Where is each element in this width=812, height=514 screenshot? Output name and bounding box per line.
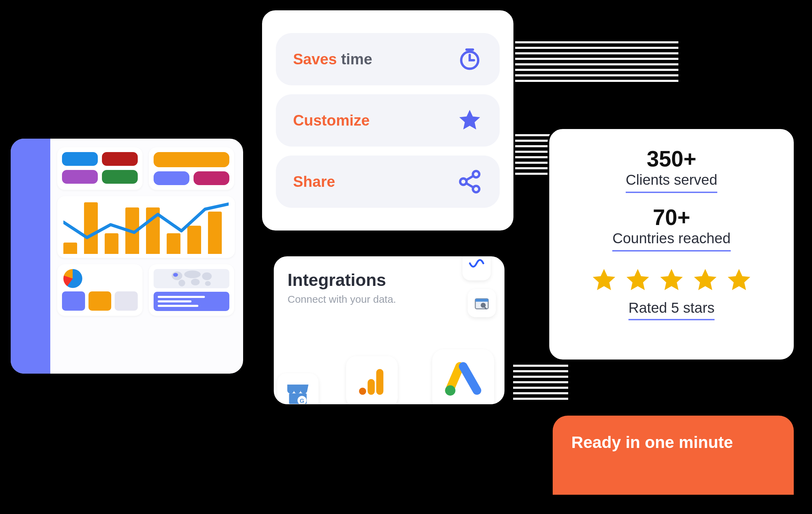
feature-share: Share — [276, 156, 500, 208]
dashboard-spine — [11, 139, 50, 374]
svg-text:G: G — [300, 398, 304, 404]
kpi-widget — [57, 147, 143, 190]
feature-label: Customize — [293, 112, 369, 129]
stats-card: 350+ Clients served 70+ Countries reache… — [548, 127, 795, 361]
svg-point-4 — [191, 279, 200, 286]
svg-point-1 — [184, 270, 201, 278]
svg-point-9 — [460, 179, 467, 185]
dashboard-card — [9, 137, 245, 375]
svg-rect-18 — [376, 369, 384, 395]
kpi-widget — [149, 147, 234, 190]
svg-point-5 — [205, 281, 211, 286]
svg-rect-12 — [475, 299, 488, 302]
feature-label: Saves time — [293, 51, 372, 68]
ready-banner: Ready in one minute — [553, 416, 794, 495]
svg-point-2 — [202, 272, 212, 280]
trend-chart-widget — [57, 196, 235, 258]
search-console-icon — [468, 289, 496, 317]
svg-point-6 — [173, 273, 178, 277]
pie-chart-icon — [63, 269, 82, 288]
decorative-lines — [513, 365, 568, 403]
stat-rating-label: Rated 5 stars — [628, 300, 715, 320]
decorative-lines — [506, 41, 678, 85]
feature-label: Share — [293, 173, 335, 190]
star-icon — [691, 267, 719, 294]
star-icon — [457, 108, 482, 133]
integrations-subtitle: Connect with your data. — [288, 293, 491, 305]
google-ads-icon — [432, 349, 494, 406]
clock-icon — [457, 46, 482, 72]
pie-widget — [57, 264, 143, 316]
star-icon — [725, 267, 753, 294]
svg-rect-19 — [368, 379, 375, 395]
star-icon — [590, 267, 618, 294]
wordpress-icon — [462, 255, 491, 280]
star-icon — [624, 267, 652, 294]
feature-customize: Customize — [276, 94, 500, 147]
svg-point-10 — [473, 186, 479, 192]
google-my-business-icon: G — [277, 373, 319, 406]
integrations-title: Integrations — [288, 270, 491, 290]
svg-point-8 — [473, 171, 479, 178]
integrations-card: Integrations Connect with your data. G — [272, 255, 506, 406]
svg-point-21 — [445, 385, 456, 396]
stat-clients: 350+ Clients served — [626, 146, 717, 193]
star-icon — [658, 267, 685, 294]
features-card: Saves time Customize Share — [260, 9, 515, 232]
map-widget — [149, 264, 234, 316]
svg-point-3 — [178, 280, 185, 287]
rating-stars — [590, 267, 753, 294]
feature-saves-time: Saves time — [276, 33, 500, 85]
ready-banner-text: Ready in one minute — [571, 433, 733, 451]
share-icon — [457, 169, 482, 194]
google-analytics-icon — [346, 356, 398, 406]
stat-countries: 70+ Countries reached — [612, 205, 730, 251]
svg-point-20 — [359, 388, 366, 395]
world-map-icon — [154, 269, 229, 288]
